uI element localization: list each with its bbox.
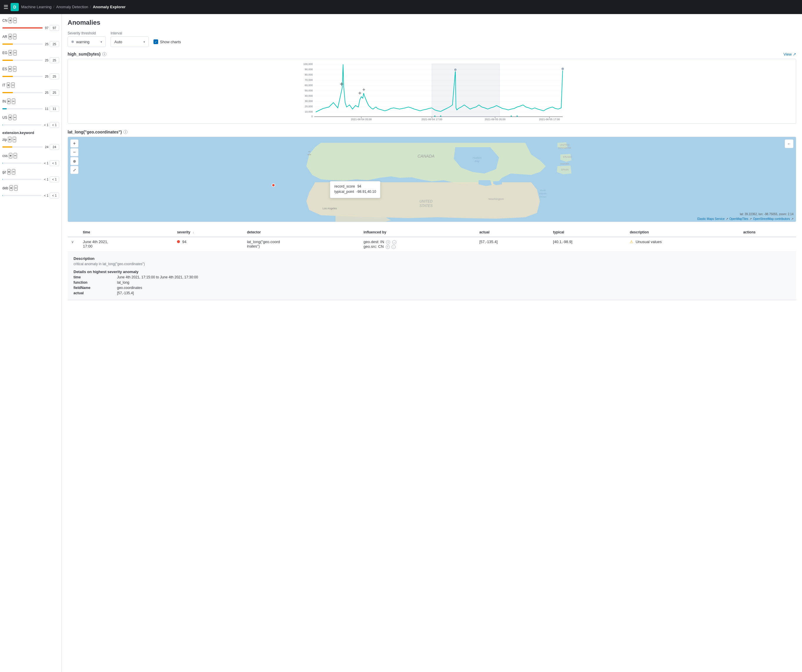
influenced-plus-icon[interactable]: + xyxy=(386,240,390,244)
influenced2-plus-icon[interactable]: + xyxy=(386,245,390,249)
sidebar-val-us: < 1 xyxy=(44,123,49,127)
map-zoom-in-button[interactable]: + xyxy=(70,139,79,147)
svg-text:2021-06-05 05:00: 2021-06-05 05:00 xyxy=(485,118,505,120)
sidebar-val-eg: 25 xyxy=(45,58,49,62)
sidebar-code-deb: deb xyxy=(2,186,8,190)
sidebar-plus-deb[interactable]: + xyxy=(10,185,13,191)
sidebar-plus-css[interactable]: + xyxy=(9,153,12,158)
detail-fieldname-key: fieldName xyxy=(73,286,115,290)
sidebar-item-in: IN + − xyxy=(2,99,59,104)
sidebar-item-es: ES + − xyxy=(2,66,59,72)
sidebar-minus-in[interactable]: − xyxy=(12,99,15,104)
row-severity-score: 94 xyxy=(182,239,186,244)
expand-row-button[interactable]: ∨ xyxy=(71,239,74,244)
sidebar-item-ar: AR + − xyxy=(2,34,59,39)
svg-text:Atlantic: Atlantic xyxy=(538,192,547,195)
detail-function-val: lat_long xyxy=(117,280,790,284)
row-actual: [57,-135.4] xyxy=(479,239,497,244)
row-actual-cell: [57,-135.4] xyxy=(476,237,550,252)
sidebar-bar-fill-css xyxy=(2,163,3,164)
breadcrumb-ad[interactable]: Anomaly Detection xyxy=(56,5,88,9)
svg-point-26 xyxy=(454,68,457,71)
sidebar-plus-es[interactable]: + xyxy=(8,66,12,72)
sidebar-bar-fill-deb xyxy=(2,195,3,196)
elastic-maps-link[interactable]: Elastic Maps Service xyxy=(697,217,725,220)
map-info-icon[interactable]: i xyxy=(123,130,128,134)
sidebar-bar-fill-us xyxy=(2,124,3,126)
sidebar-plus-it[interactable]: + xyxy=(7,82,10,88)
influenced2-minus-icon[interactable]: − xyxy=(391,245,396,249)
sidebar-minus-deb[interactable]: − xyxy=(14,185,18,191)
openstreetmap-link[interactable]: OpenStreetMap contributors xyxy=(753,217,790,220)
expanded-details-grid: time June 4th 2021, 17:15:00 to June 4th… xyxy=(73,275,790,295)
sidebar-plus-cn[interactable]: + xyxy=(8,18,12,23)
map-zoom-out-button[interactable]: − xyxy=(70,148,79,157)
chart1-view-link[interactable]: View ↗ xyxy=(784,52,796,57)
svg-text:KINGDOM: KINGDOM xyxy=(559,146,571,149)
sidebar-plus-us[interactable]: + xyxy=(8,115,12,120)
breadcrumb-current: Anomaly Explorer xyxy=(93,5,126,9)
severity-label: Severity threshold xyxy=(68,31,106,35)
sidebar-minus-it[interactable]: − xyxy=(11,82,15,88)
show-charts-toggle[interactable]: ✓ Show charts xyxy=(154,39,181,44)
svg-point-30 xyxy=(511,116,512,117)
show-charts-label: Show charts xyxy=(160,40,181,44)
sidebar-minus-gz[interactable]: − xyxy=(12,169,15,174)
severity-dropdown[interactable]: warning ▾ xyxy=(68,36,106,47)
sidebar-plus-in[interactable]: + xyxy=(7,99,11,104)
map-reset-button[interactable]: ⊕ xyxy=(70,157,79,165)
sidebar-box-es: 25 xyxy=(50,73,59,79)
sidebar-code-us: US xyxy=(2,116,7,120)
sidebar-minus-zip[interactable]: − xyxy=(13,137,16,142)
svg-text:Los Angeles: Los Angeles xyxy=(322,207,337,210)
sidebar-minus-eg[interactable]: − xyxy=(13,50,17,56)
sidebar-minus-cn[interactable]: − xyxy=(13,18,17,23)
expanded-description-text: critical anomaly in lat_long("geo.coordi… xyxy=(73,262,790,266)
sidebar-plus-eg[interactable]: + xyxy=(8,50,12,56)
svg-text:Bay: Bay xyxy=(475,160,480,163)
svg-text:FRANC: FRANC xyxy=(563,156,572,159)
map-title: lat_long("geo.coordinates") i xyxy=(68,130,796,134)
map-expand-button[interactable]: ⤢ xyxy=(70,166,79,174)
severity-value: warning xyxy=(76,40,90,44)
svg-text:20,000: 20,000 xyxy=(305,105,313,108)
detail-actual-val: [57,-135.4] xyxy=(117,291,790,295)
sidebar-bar-gz: < 1 < 1 xyxy=(2,176,59,182)
row-actions-cell xyxy=(740,237,796,252)
sidebar-plus-ar[interactable]: + xyxy=(8,34,12,39)
tooltip-typical-value: -98.91,40.10 xyxy=(356,190,376,194)
tooltip-record-label: record_score xyxy=(334,184,355,189)
interval-dropdown[interactable]: Auto ▾ xyxy=(110,36,149,47)
svg-text:of: of xyxy=(309,150,310,153)
svg-point-31 xyxy=(517,116,518,117)
sidebar-plus-zip[interactable]: + xyxy=(8,137,11,142)
interval-control: Interval Auto ▾ xyxy=(110,31,149,47)
menu-icon[interactable]: ☰ xyxy=(3,4,8,10)
sidebar-minus-css[interactable]: − xyxy=(13,153,17,158)
sidebar-item-it: IT + − xyxy=(2,82,59,88)
map-back-button[interactable]: ← xyxy=(785,139,794,148)
sidebar-code-gz: gz xyxy=(2,170,6,174)
svg-text:100,000: 100,000 xyxy=(303,63,313,66)
map-tooltip: record_score 94 typical_point -98.91,40.… xyxy=(330,181,380,198)
row-time: June 4th 2021,17:00 xyxy=(83,239,108,249)
breadcrumb-ml[interactable]: Machine Learning xyxy=(21,5,52,9)
openmaptiles-link[interactable]: OpenMapTiles xyxy=(729,217,749,220)
svg-text:North: North xyxy=(540,189,546,192)
svg-text:ska: ska xyxy=(307,153,311,156)
sidebar-minus-es[interactable]: − xyxy=(13,66,16,72)
sidebar-minus-us[interactable]: − xyxy=(13,115,16,120)
chevron-down-icon-2: ▾ xyxy=(144,40,145,44)
sidebar-item-us: US + − xyxy=(2,115,59,120)
sidebar-minus-ar[interactable]: − xyxy=(13,34,16,39)
sidebar-bar-ar: 25 25 xyxy=(2,41,59,47)
detail-function-key: function xyxy=(73,280,115,284)
sidebar-code-ar: AR xyxy=(2,35,7,39)
col-typical: typical xyxy=(550,228,626,237)
influenced-minus-icon[interactable]: − xyxy=(392,240,396,244)
col-time: time xyxy=(79,228,173,237)
chart1-info-icon[interactable]: i xyxy=(102,52,107,56)
sidebar-bar-cn: 97 97 xyxy=(2,25,59,31)
main-layout: CN + − 97 97 AR + − 25 25 xyxy=(0,14,802,672)
sidebar-plus-gz[interactable]: + xyxy=(7,169,11,174)
